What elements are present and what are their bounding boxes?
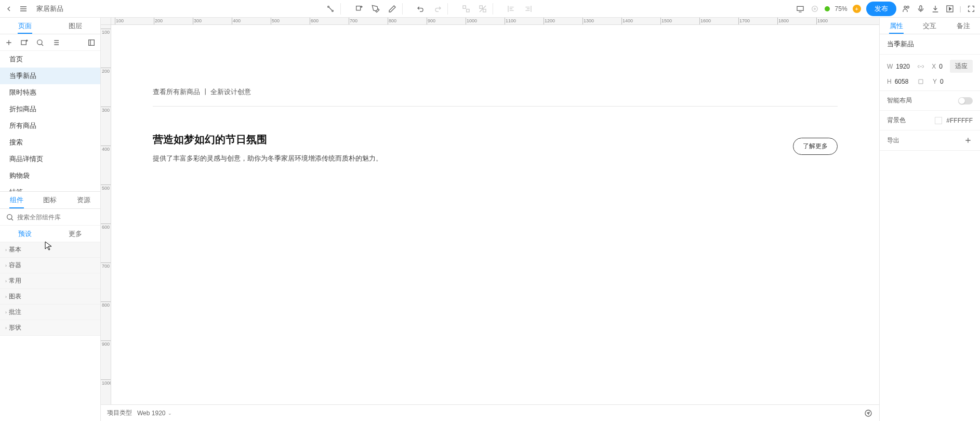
- project-type-selector[interactable]: Web 1920 ⌄: [137, 410, 172, 417]
- subtab-more[interactable]: 更多: [50, 226, 101, 242]
- play-icon[interactable]: [945, 4, 955, 14]
- connector-icon[interactable]: [326, 4, 335, 14]
- smart-layout-label: 智能布局: [887, 96, 912, 105]
- project-type-label: 项目类型: [107, 409, 132, 417]
- search-icon: [5, 213, 14, 222]
- x-value[interactable]: 0: [939, 63, 943, 70]
- menu-icon[interactable]: [19, 4, 28, 14]
- width-value[interactable]: 1920: [896, 63, 910, 70]
- svg-rect-4: [467, 9, 469, 11]
- svg-point-15: [37, 40, 42, 44]
- svg-rect-12: [920, 6, 922, 10]
- device-icon[interactable]: [796, 4, 805, 14]
- align-left-icon[interactable]: [507, 4, 516, 14]
- page-item[interactable]: 折扣商品: [0, 101, 100, 117]
- status-bar: 项目类型 Web 1920 ⌄: [101, 404, 879, 421]
- export-label: 导出: [887, 136, 899, 145]
- compass-icon[interactable]: [864, 409, 873, 418]
- left-panel: 页面 图层 首页 当季新品 限时特惠 折扣商品 所有商品 搜索 商品详情页 购物…: [0, 18, 101, 421]
- top-toolbar: 家居新品 75% + 发布 |: [0, 0, 980, 18]
- category-shape[interactable]: ›形状: [0, 320, 100, 336]
- ruler-corner: [101, 18, 111, 25]
- zoom-level[interactable]: 75%: [835, 5, 847, 12]
- category-annotation[interactable]: ›批注: [0, 305, 100, 320]
- tab-components[interactable]: 组件: [0, 192, 33, 208]
- bg-color-label: 背景色: [887, 116, 906, 125]
- page-item[interactable]: 商品详情页: [0, 151, 100, 167]
- svg-point-11: [907, 6, 909, 8]
- ruler-horizontal[interactable]: 0100200300400500600700800900100011001200…: [111, 18, 879, 25]
- y-value[interactable]: 0: [940, 78, 944, 85]
- subtab-preset[interactable]: 预设: [0, 226, 50, 242]
- tab-pages[interactable]: 页面: [0, 18, 50, 34]
- category-common[interactable]: ›常用: [0, 273, 100, 289]
- constrain-icon[interactable]: [917, 78, 924, 85]
- collapse-icon[interactable]: [87, 38, 96, 47]
- smart-layout-toggle[interactable]: [958, 97, 973, 104]
- fullscreen-icon[interactable]: [966, 4, 976, 14]
- bg-color-value[interactable]: #FFFFFF: [946, 117, 973, 124]
- search-page-icon[interactable]: [35, 38, 45, 47]
- page-item[interactable]: 限时特惠: [0, 84, 100, 101]
- share-users-icon[interactable]: [902, 4, 911, 14]
- learn-more-button[interactable]: 了解更多: [793, 138, 838, 155]
- page-item[interactable]: 首页: [0, 51, 100, 68]
- link-dims-icon[interactable]: [917, 63, 924, 70]
- artboard-heading: 营造如梦如幻的节日氛围: [153, 133, 382, 147]
- tab-icons[interactable]: 图标: [33, 192, 67, 208]
- download-icon[interactable]: [931, 4, 940, 14]
- artboard-subtitle: 查看所有新商品 丨 全新设计创意: [153, 87, 838, 97]
- category-basic[interactable]: ›基本: [0, 242, 100, 258]
- export-add-icon[interactable]: [963, 136, 973, 145]
- pen-icon[interactable]: [371, 4, 380, 14]
- tab-interaction[interactable]: 交互: [913, 18, 946, 34]
- fit-button[interactable]: 适应: [950, 60, 973, 73]
- svg-point-17: [7, 214, 11, 219]
- back-icon[interactable]: [4, 4, 14, 14]
- bg-color-swatch[interactable]: [935, 117, 942, 124]
- page-item[interactable]: 购物袋: [0, 167, 100, 184]
- svg-rect-5: [480, 6, 482, 8]
- add-page-icon[interactable]: [4, 38, 14, 47]
- tab-properties[interactable]: 属性: [880, 18, 913, 34]
- svg-rect-6: [483, 9, 486, 11]
- tab-resources[interactable]: 资源: [67, 192, 100, 208]
- group-icon[interactable]: [461, 4, 471, 14]
- svg-point-9: [814, 8, 815, 9]
- undo-icon[interactable]: [416, 4, 426, 14]
- tab-notes[interactable]: 备注: [947, 18, 980, 34]
- redo-icon[interactable]: [433, 4, 442, 14]
- page-item[interactable]: 结算: [0, 184, 100, 191]
- height-label: H: [887, 78, 892, 85]
- document-title: 家居新品: [36, 4, 63, 14]
- canvas-viewport[interactable]: 查看所有新商品 丨 全新设计创意 营造如梦如幻的节日氛围 提供了丰富多彩的灵感与…: [111, 25, 879, 404]
- page-item[interactable]: 搜索: [0, 134, 100, 151]
- svg-rect-16: [89, 40, 95, 45]
- page-list: 首页 当季新品 限时特惠 折扣商品 所有商品 搜索 商品详情页 购物袋 结算 会…: [0, 51, 100, 191]
- tab-layers[interactable]: 图层: [50, 18, 101, 34]
- artboard[interactable]: 查看所有新商品 丨 全新设计创意 营造如梦如幻的节日氛围 提供了丰富多彩的灵感与…: [111, 25, 879, 194]
- artboard-add-icon[interactable]: [354, 4, 364, 14]
- align-right-icon[interactable]: [523, 4, 533, 14]
- svg-point-0: [328, 6, 329, 7]
- mic-icon[interactable]: [916, 4, 925, 14]
- svg-point-1: [332, 10, 334, 11]
- category-chart[interactable]: ›图表: [0, 289, 100, 305]
- publish-button[interactable]: 发布: [866, 2, 896, 16]
- ungroup-icon[interactable]: [478, 4, 487, 14]
- pencil-icon[interactable]: [388, 4, 397, 14]
- component-search-input[interactable]: [17, 214, 95, 221]
- status-dot: [825, 6, 830, 11]
- height-value[interactable]: 6058: [895, 78, 909, 85]
- list-icon[interactable]: [51, 38, 60, 47]
- page-item[interactable]: 当季新品: [0, 68, 100, 84]
- target-icon[interactable]: [810, 4, 819, 14]
- page-item[interactable]: 所有商品: [0, 117, 100, 134]
- svg-point-10: [904, 6, 906, 8]
- width-label: W: [887, 63, 893, 70]
- zoom-plus-icon[interactable]: +: [853, 5, 861, 13]
- category-container[interactable]: ›容器: [0, 258, 100, 273]
- ruler-vertical[interactable]: 1002003004005006007008009001000: [101, 25, 111, 404]
- svg-point-8: [812, 6, 817, 11]
- new-folder-icon[interactable]: [20, 38, 29, 47]
